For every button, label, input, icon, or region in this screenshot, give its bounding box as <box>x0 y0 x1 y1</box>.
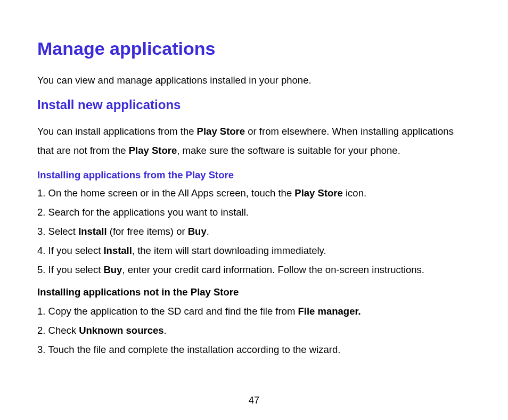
list-item: 1. Copy the application to the SD card a… <box>37 302 471 321</box>
bold-play-store: Play Store <box>294 187 343 199</box>
text: 1. Copy the application to the SD card a… <box>37 306 298 317</box>
install-new-paragraph: You can install applications from the Pl… <box>37 122 471 160</box>
bold-unknown-sources: Unknown sources <box>79 325 163 336</box>
page-number: 47 <box>0 394 508 406</box>
list-item: 2. Search for the applications you want … <box>37 203 471 222</box>
text: 3. Select <box>37 226 78 237</box>
bold-buy: Buy <box>188 226 207 237</box>
list-item: 1. On the home screen or in the All Apps… <box>37 184 471 203</box>
list-item: 5. If you select Buy, enter your credit … <box>37 260 471 279</box>
text: 3. Touch the file and complete the insta… <box>37 344 340 355</box>
document-page: Manage applications You can view and man… <box>0 0 508 420</box>
page-title: Manage applications <box>37 38 471 59</box>
bold-file-manager: File manager. <box>298 306 361 317</box>
text: icon. <box>343 187 366 199</box>
text: (for free items) or <box>107 226 188 237</box>
text: , the item will start downloading immedi… <box>132 245 326 256</box>
subheading-not-in-play-store: Installing applications not in the Play … <box>37 283 471 302</box>
text: 2. Check <box>37 325 79 336</box>
bold-play-store: Play Store <box>197 126 245 137</box>
list-item: 3. Touch the file and complete the insta… <box>37 340 471 359</box>
bold-install: Install <box>103 245 132 256</box>
subheading-from-play-store: Installing applications from the Play St… <box>37 167 471 184</box>
list-item: 3. Select Install (for free items) or Bu… <box>37 222 471 241</box>
section-heading-install-new: Install new applications <box>37 97 471 112</box>
text: , enter your credit card information. Fo… <box>122 264 424 275</box>
intro-paragraph: You can view and manage applications ins… <box>37 71 471 90</box>
list-item: 4. If you select Install, the item will … <box>37 241 471 260</box>
text: You can install applications from the <box>37 126 197 137</box>
bold-play-store: Play Store <box>129 145 177 156</box>
text: . <box>207 226 209 237</box>
text: 5. If you select <box>37 264 103 275</box>
text: 4. If you select <box>37 245 103 256</box>
text: 1. On the home screen or in the All Apps… <box>37 187 294 199</box>
list-item: 2. Check Unknown sources. <box>37 321 471 340</box>
text: 2. Search for the applications you want … <box>37 207 249 218</box>
text: , make sure the software is suitable for… <box>177 145 400 156</box>
bold-buy: Buy <box>103 264 122 275</box>
text: . <box>164 325 167 336</box>
bold-install: Install <box>78 226 106 237</box>
